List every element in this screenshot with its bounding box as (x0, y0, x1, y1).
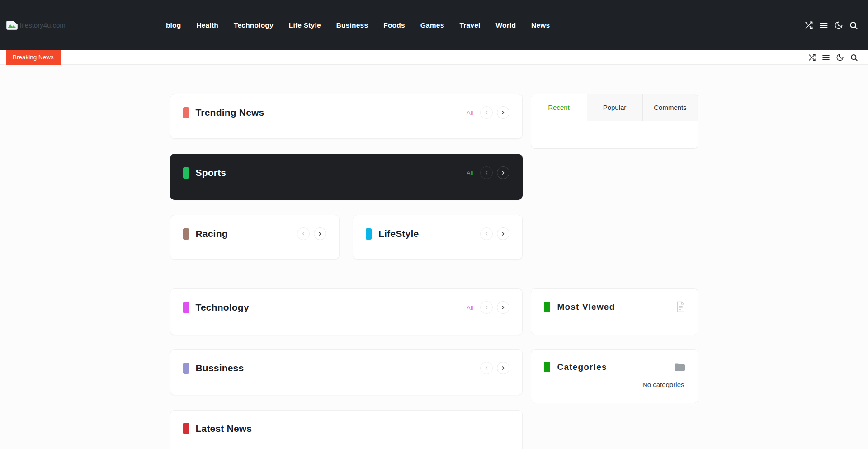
widget-title: Most Viewed (557, 302, 615, 312)
menu-icon[interactable] (819, 21, 828, 30)
shuffle-icon[interactable] (808, 53, 816, 61)
moon-icon[interactable] (834, 21, 843, 30)
section-header: Bussiness (183, 362, 509, 374)
accent-bar (183, 423, 189, 434)
nav-item-blog[interactable]: blog (158, 18, 189, 33)
content-column: Trending News All Sport (170, 94, 523, 449)
section-header: Latest News (183, 423, 509, 434)
prev-button[interactable] (480, 106, 493, 119)
page: lifestory4u.com blog Health Technology L… (0, 0, 868, 449)
nav-item-news[interactable]: News (524, 18, 557, 33)
section-technology: Technology All (170, 288, 523, 335)
all-link[interactable]: All (467, 109, 473, 116)
search-icon[interactable] (850, 53, 858, 61)
section-header: LifeStyle (366, 227, 509, 240)
section-header: Sports All (183, 166, 509, 179)
section-racing: Racing (170, 215, 340, 260)
site-header: lifestory4u.com blog Health Technology L… (0, 0, 868, 50)
nav-item-world[interactable]: World (488, 18, 524, 33)
all-link[interactable]: All (467, 170, 473, 176)
prev-button[interactable] (297, 227, 310, 240)
next-button[interactable] (497, 106, 509, 119)
next-button[interactable] (497, 362, 509, 374)
main-content: Trending News All Sport (170, 94, 698, 449)
broken-image-icon (6, 21, 18, 30)
next-button[interactable] (497, 227, 509, 240)
section-controls: All (467, 166, 509, 179)
breaking-bar-icons (808, 53, 858, 61)
nav-item-life-style[interactable]: Life Style (281, 18, 329, 33)
section-controls (480, 227, 509, 240)
next-button[interactable] (497, 166, 509, 179)
all-link[interactable]: All (467, 304, 473, 311)
nav-item-travel[interactable]: Travel (452, 18, 488, 33)
section-title: Trending News (196, 107, 264, 118)
next-button[interactable] (497, 301, 509, 314)
prev-button[interactable] (480, 362, 493, 374)
section-header: Trending News All (183, 106, 509, 119)
breaking-news-bar: Breaking News (0, 50, 868, 65)
categories-widget: Categories No categories (531, 349, 698, 403)
accent-bar (183, 107, 189, 118)
section-title: Racing (196, 228, 228, 239)
section-header: Technology All (183, 301, 509, 314)
moon-icon[interactable] (836, 53, 844, 61)
section-title: LifeStyle (378, 228, 419, 239)
tabs-row: Recent Popular Comments (531, 94, 698, 121)
accent-bar (366, 228, 372, 240)
most-viewed-widget: Most Viewed (531, 288, 698, 335)
section-trending-news: Trending News All (170, 94, 523, 139)
accent-bar (183, 167, 189, 179)
nav-item-health[interactable]: Health (189, 18, 226, 33)
no-categories-text: No categories (544, 381, 685, 388)
accent-square (544, 302, 550, 312)
section-controls: All (467, 301, 509, 314)
widget-title: Categories (557, 362, 607, 372)
tab-comments[interactable]: Comments (642, 94, 698, 121)
half-width-row: Racing LifeSty (170, 215, 523, 260)
main-nav: blog Health Technology Life Style Busine… (158, 18, 558, 33)
accent-bar (183, 302, 189, 313)
nav-item-foods[interactable]: Foods (376, 18, 413, 33)
nav-item-technology[interactable]: Technology (226, 18, 281, 33)
section-title: Sports (196, 167, 226, 178)
accent-square (544, 362, 550, 372)
widget-header: Categories (544, 362, 685, 372)
section-title: Latest News (196, 423, 252, 434)
document-icon (676, 301, 685, 312)
accent-bar (183, 228, 189, 240)
tab-recent[interactable]: Recent (531, 94, 587, 121)
section-controls: All (467, 106, 509, 119)
prev-button[interactable] (480, 301, 493, 314)
site-logo[interactable]: lifestory4u.com (6, 21, 66, 30)
breaking-news-badge: Breaking News (6, 50, 61, 65)
section-title: Technology (196, 302, 249, 313)
sidebar-tabs-widget: Recent Popular Comments (531, 94, 698, 149)
section-latest-news: Latest News (170, 410, 523, 449)
nav-item-games[interactable]: Games (413, 18, 452, 33)
section-lifestyle: LifeStyle (353, 215, 523, 260)
sidebar: Recent Popular Comments Most Viewed (531, 94, 698, 403)
logo-alt-text: lifestory4u.com (20, 21, 66, 29)
header-icons (804, 21, 858, 30)
prev-button[interactable] (480, 166, 493, 179)
tab-popular[interactable]: Popular (587, 94, 642, 121)
widget-header: Most Viewed (544, 301, 685, 312)
prev-button[interactable] (480, 227, 493, 240)
next-button[interactable] (314, 227, 326, 240)
section-sports: Sports All (170, 154, 523, 200)
menu-icon[interactable] (822, 53, 830, 61)
nav-item-business[interactable]: Business (329, 18, 376, 33)
section-controls (297, 227, 326, 240)
section-header: Racing (183, 227, 327, 240)
section-title: Bussiness (196, 363, 244, 373)
section-business: Bussiness (170, 349, 523, 395)
shuffle-icon[interactable] (804, 21, 813, 30)
search-icon[interactable] (849, 21, 858, 30)
folder-icon (675, 363, 685, 372)
accent-bar (183, 363, 189, 374)
section-controls (480, 362, 509, 374)
